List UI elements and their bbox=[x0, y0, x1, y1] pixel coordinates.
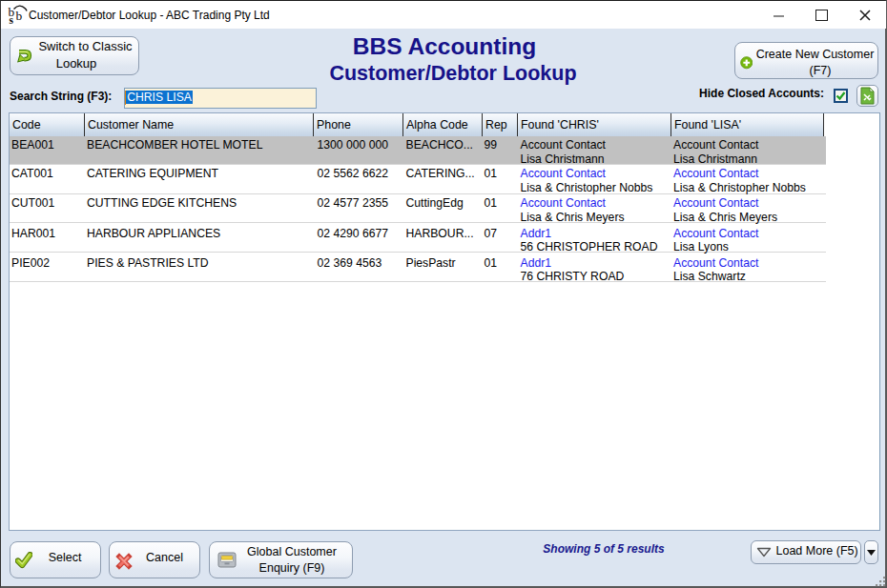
svg-text:b: b bbox=[16, 9, 23, 23]
svg-text:s: s bbox=[10, 14, 14, 26]
